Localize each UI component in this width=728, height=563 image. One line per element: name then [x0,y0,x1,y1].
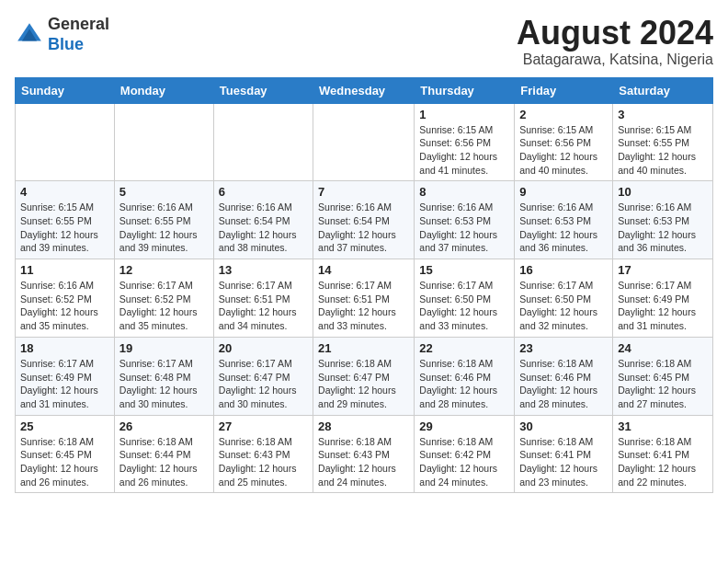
day-number: 26 [119,419,209,433]
week-row-3: 11Sunrise: 6:16 AM Sunset: 6:52 PM Dayli… [16,259,713,338]
calendar-cell [313,103,415,181]
calendar-cell: 24Sunrise: 6:18 AM Sunset: 6:45 PM Dayli… [613,337,713,415]
day-number: 5 [119,185,209,199]
day-number: 21 [318,341,409,355]
calendar-cell: 5Sunrise: 6:16 AM Sunset: 6:55 PM Daylig… [114,181,213,259]
day-info: Sunrise: 6:18 AM Sunset: 6:42 PM Dayligh… [419,435,509,489]
day-info: Sunrise: 6:18 AM Sunset: 6:41 PM Dayligh… [519,435,608,489]
day-info: Sunrise: 6:17 AM Sunset: 6:52 PM Dayligh… [119,279,209,333]
calendar-cell: 20Sunrise: 6:17 AM Sunset: 6:47 PM Dayli… [213,337,313,415]
calendar-cell: 15Sunrise: 6:17 AM Sunset: 6:50 PM Dayli… [415,259,515,338]
calendar-cell: 27Sunrise: 6:18 AM Sunset: 6:43 PM Dayli… [213,415,313,493]
calendar-cell: 14Sunrise: 6:17 AM Sunset: 6:51 PM Dayli… [313,259,415,338]
day-number: 6 [219,185,308,199]
day-info: Sunrise: 6:17 AM Sunset: 6:48 PM Dayligh… [119,357,209,411]
day-number: 30 [519,419,608,433]
calendar-cell: 29Sunrise: 6:18 AM Sunset: 6:42 PM Dayli… [415,415,515,493]
day-info: Sunrise: 6:16 AM Sunset: 6:54 PM Dayligh… [219,201,308,255]
calendar-cell: 3Sunrise: 6:15 AM Sunset: 6:55 PM Daylig… [613,103,713,181]
calendar-cell: 8Sunrise: 6:16 AM Sunset: 6:53 PM Daylig… [415,181,515,259]
calendar-cell: 1Sunrise: 6:15 AM Sunset: 6:56 PM Daylig… [415,103,515,181]
logo-icon [15,20,44,50]
day-info: Sunrise: 6:17 AM Sunset: 6:51 PM Dayligh… [318,279,409,333]
day-info: Sunrise: 6:15 AM Sunset: 6:56 PM Dayligh… [519,123,608,178]
header-day-wednesday: Wednesday [313,77,415,103]
day-number: 25 [20,419,109,433]
day-number: 16 [519,263,608,277]
calendar-cell [16,103,115,181]
day-info: Sunrise: 6:15 AM Sunset: 6:56 PM Dayligh… [419,123,509,178]
day-info: Sunrise: 6:18 AM Sunset: 6:47 PM Dayligh… [318,357,409,411]
day-info: Sunrise: 6:17 AM Sunset: 6:49 PM Dayligh… [20,357,109,411]
month-year: August 2024 [517,15,713,52]
header-day-sunday: Sunday [16,77,115,103]
day-info: Sunrise: 6:18 AM Sunset: 6:43 PM Dayligh… [318,435,409,489]
page-header: General Blue August 2024 Batagarawa, Kat… [15,15,713,68]
week-row-1: 1Sunrise: 6:15 AM Sunset: 6:56 PM Daylig… [16,103,713,181]
calendar-cell: 2Sunrise: 6:15 AM Sunset: 6:56 PM Daylig… [515,103,613,181]
calendar-cell: 9Sunrise: 6:16 AM Sunset: 6:53 PM Daylig… [515,181,613,259]
title-block: August 2024 Batagarawa, Katsina, Nigeria [517,15,713,68]
day-number: 8 [419,185,509,199]
header-day-saturday: Saturday [613,77,713,103]
calendar-cell: 30Sunrise: 6:18 AM Sunset: 6:41 PM Dayli… [515,415,613,493]
day-number: 23 [519,341,608,355]
day-info: Sunrise: 6:18 AM Sunset: 6:46 PM Dayligh… [519,357,608,411]
header-day-thursday: Thursday [415,77,515,103]
header-row: SundayMondayTuesdayWednesdayThursdayFrid… [16,77,713,103]
calendar-cell: 26Sunrise: 6:18 AM Sunset: 6:44 PM Dayli… [114,415,213,493]
day-info: Sunrise: 6:16 AM Sunset: 6:55 PM Dayligh… [119,201,209,255]
header-day-monday: Monday [114,77,213,103]
logo-blue: Blue [48,35,109,55]
day-number: 12 [119,263,209,277]
calendar-cell: 31Sunrise: 6:18 AM Sunset: 6:41 PM Dayli… [613,415,713,493]
day-info: Sunrise: 6:17 AM Sunset: 6:47 PM Dayligh… [219,357,308,411]
day-number: 27 [219,419,308,433]
calendar-cell: 4Sunrise: 6:15 AM Sunset: 6:55 PM Daylig… [16,181,115,259]
header-day-friday: Friday [515,77,613,103]
calendar-cell: 18Sunrise: 6:17 AM Sunset: 6:49 PM Dayli… [16,337,115,415]
day-number: 11 [20,263,109,277]
day-info: Sunrise: 6:18 AM Sunset: 6:45 PM Dayligh… [618,357,708,411]
day-number: 20 [219,341,308,355]
day-info: Sunrise: 6:17 AM Sunset: 6:50 PM Dayligh… [419,279,509,333]
header-day-tuesday: Tuesday [213,77,313,103]
calendar-cell: 12Sunrise: 6:17 AM Sunset: 6:52 PM Dayli… [114,259,213,338]
calendar-cell: 16Sunrise: 6:17 AM Sunset: 6:50 PM Dayli… [515,259,613,338]
day-number: 15 [419,263,509,277]
day-info: Sunrise: 6:18 AM Sunset: 6:44 PM Dayligh… [119,435,209,489]
calendar-cell: 23Sunrise: 6:18 AM Sunset: 6:46 PM Dayli… [515,337,613,415]
day-number: 18 [20,341,109,355]
day-info: Sunrise: 6:16 AM Sunset: 6:53 PM Dayligh… [618,201,708,255]
calendar-cell: 13Sunrise: 6:17 AM Sunset: 6:51 PM Dayli… [213,259,313,338]
day-number: 13 [219,263,308,277]
day-number: 1 [419,108,509,121]
day-number: 9 [519,185,608,199]
day-number: 28 [318,419,409,433]
week-row-2: 4Sunrise: 6:15 AM Sunset: 6:55 PM Daylig… [16,181,713,259]
calendar-cell [213,103,313,181]
day-info: Sunrise: 6:18 AM Sunset: 6:43 PM Dayligh… [219,435,308,489]
calendar-cell [114,103,213,181]
logo: General Blue [15,15,109,54]
day-info: Sunrise: 6:17 AM Sunset: 6:50 PM Dayligh… [519,279,608,333]
calendar-cell: 25Sunrise: 6:18 AM Sunset: 6:45 PM Dayli… [16,415,115,493]
day-info: Sunrise: 6:18 AM Sunset: 6:46 PM Dayligh… [419,357,509,411]
calendar-cell: 6Sunrise: 6:16 AM Sunset: 6:54 PM Daylig… [213,181,313,259]
logo-text: General Blue [48,15,109,54]
day-info: Sunrise: 6:16 AM Sunset: 6:53 PM Dayligh… [519,201,608,255]
day-number: 7 [318,185,409,199]
day-number: 31 [618,419,708,433]
calendar-cell: 21Sunrise: 6:18 AM Sunset: 6:47 PM Dayli… [313,337,415,415]
day-number: 19 [119,341,209,355]
calendar-cell: 28Sunrise: 6:18 AM Sunset: 6:43 PM Dayli… [313,415,415,493]
day-info: Sunrise: 6:16 AM Sunset: 6:52 PM Dayligh… [20,279,109,333]
calendar-cell: 11Sunrise: 6:16 AM Sunset: 6:52 PM Dayli… [16,259,115,338]
logo-general: General [48,15,109,35]
day-info: Sunrise: 6:15 AM Sunset: 6:55 PM Dayligh… [618,123,708,178]
day-number: 2 [519,108,608,121]
day-info: Sunrise: 6:18 AM Sunset: 6:41 PM Dayligh… [618,435,708,489]
day-info: Sunrise: 6:17 AM Sunset: 6:51 PM Dayligh… [219,279,308,333]
day-number: 22 [419,341,509,355]
day-info: Sunrise: 6:17 AM Sunset: 6:49 PM Dayligh… [618,279,708,333]
